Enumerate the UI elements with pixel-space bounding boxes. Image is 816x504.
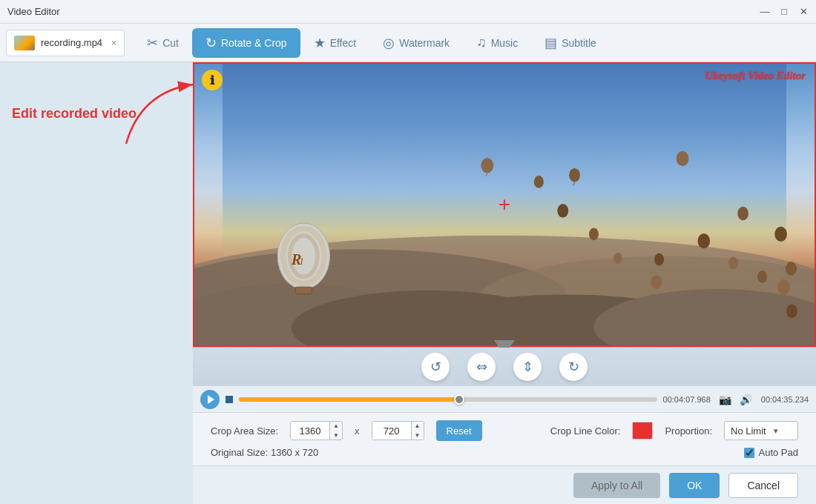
svg-text:R: R xyxy=(291,251,302,268)
tab-subtitle[interactable]: ▤ Subtitle xyxy=(531,28,610,58)
svg-point-4 xyxy=(477,256,815,345)
file-close-button[interactable]: × xyxy=(111,38,116,48)
tab-cut[interactable]: ✂ Cut xyxy=(134,28,192,58)
volume-icon[interactable]: 🔊 xyxy=(737,391,755,408)
crop-height-spinners: ▲ ▼ xyxy=(411,421,424,440)
title-bar: Video Editor — □ ✕ xyxy=(0,0,816,24)
window-controls: — □ ✕ xyxy=(758,5,810,19)
svg-point-13 xyxy=(677,151,689,166)
close-button[interactable]: ✕ xyxy=(797,5,810,19)
crop-line-color-label: Crop Line Color: xyxy=(550,425,621,437)
svg-rect-33 xyxy=(295,287,312,294)
svg-point-17 xyxy=(697,233,710,248)
rotate-right-button[interactable]: ↻ xyxy=(559,353,588,381)
crop-area-label: Crop Area Size: xyxy=(211,425,278,437)
app-title: Video Editor xyxy=(7,6,60,17)
playback-bar: 00:04:07.968 📷 🔊 00:04:35.234 xyxy=(193,385,816,412)
svg-point-7 xyxy=(415,294,718,345)
svg-point-29 xyxy=(283,228,325,283)
flip-horizontal-button[interactable]: ⇔ xyxy=(467,353,496,381)
reset-button[interactable]: Reset xyxy=(436,420,482,441)
svg-point-24 xyxy=(757,271,767,283)
tab-subtitle-label: Subtitle xyxy=(562,37,596,49)
tab-effect[interactable]: ★ Effect xyxy=(300,28,370,58)
crop-line-color-picker[interactable] xyxy=(632,422,653,440)
effect-icon: ★ xyxy=(314,35,326,51)
video-background: R l Ukeysoft Video Editor ℹ + xyxy=(194,64,815,345)
svg-point-21 xyxy=(786,262,797,276)
svg-point-11 xyxy=(569,168,580,182)
svg-point-14 xyxy=(557,204,568,218)
maximize-button[interactable]: □ xyxy=(777,5,791,19)
cancel-button[interactable]: Cancel xyxy=(728,473,798,498)
svg-point-5 xyxy=(194,284,415,345)
crop-width-input[interactable]: ▲ ▼ xyxy=(290,421,343,440)
settings-panel: Crop Area Size: ▲ ▼ x ▲ ▼ Reset xyxy=(193,412,816,465)
file-thumbnail xyxy=(14,36,35,50)
svg-point-6 xyxy=(292,291,567,345)
original-size-label: Original Size: 1360 x 720 xyxy=(211,447,318,458)
video-container[interactable]: R l Ukeysoft Video Editor ℹ + xyxy=(193,62,816,347)
tab-watermark[interactable]: ◎ Watermark xyxy=(369,28,463,58)
svg-point-9 xyxy=(481,158,493,173)
left-panel: Edit recorded video xyxy=(0,62,193,504)
crop-width-field[interactable] xyxy=(291,422,329,440)
svg-point-27 xyxy=(534,176,544,188)
tab-rotate-label: Rotate & Crop xyxy=(221,37,287,49)
apply-to-all-button[interactable]: Apply to All xyxy=(573,473,660,498)
settings-row-original: Original Size: 1360 x 720 Auto Pad xyxy=(211,447,798,458)
rotate-left-button[interactable]: ↺ xyxy=(421,353,450,381)
playback-icons: 📷 🔊 xyxy=(717,391,755,408)
svg-point-2 xyxy=(194,236,815,345)
svg-point-16 xyxy=(613,253,622,264)
crop-width-up[interactable]: ▲ xyxy=(330,421,342,431)
progress-fill xyxy=(239,397,464,402)
tab-music[interactable]: ♫ Music xyxy=(463,28,531,58)
info-badge[interactable]: ℹ xyxy=(202,70,223,90)
svg-point-26 xyxy=(654,253,664,266)
main-area: Edit recorded video xyxy=(0,62,816,504)
progress-track[interactable] xyxy=(239,397,657,402)
crop-height-input[interactable]: ▲ ▼ xyxy=(372,421,424,440)
auto-pad-row: Auto Pad xyxy=(744,447,799,458)
svg-point-15 xyxy=(589,228,599,241)
svg-line-12 xyxy=(573,182,575,185)
play-button[interactable] xyxy=(200,390,220,409)
progress-square xyxy=(226,396,233,403)
video-panel: R l Ukeysoft Video Editor ℹ + xyxy=(193,62,816,504)
tab-bar: recording.mp4 × ✂ Cut ↻ Rotate & Crop ★ … xyxy=(0,24,816,62)
svg-point-18 xyxy=(737,207,748,221)
tab-rotate-crop[interactable]: ↻ Rotate & Crop xyxy=(192,28,300,58)
svg-point-23 xyxy=(786,304,797,318)
ok-button[interactable]: OK xyxy=(669,473,720,498)
svg-point-3 xyxy=(194,249,566,345)
cut-icon: ✂ xyxy=(147,35,158,51)
progress-thumb[interactable] xyxy=(454,394,464,405)
crop-width-down[interactable]: ▼ xyxy=(330,431,342,440)
file-tab[interactable]: recording.mp4 × xyxy=(6,30,125,56)
camera-icon[interactable]: 📷 xyxy=(717,391,734,408)
svg-line-35 xyxy=(311,287,317,289)
crop-height-down[interactable]: ▼ xyxy=(412,431,424,440)
annotation-text: Edit recorded video xyxy=(12,105,136,122)
svg-point-22 xyxy=(777,279,790,294)
total-time: 00:04:35.234 xyxy=(761,395,809,404)
proportion-dropdown[interactable]: No Limit ▼ xyxy=(724,421,798,440)
svg-point-19 xyxy=(728,256,738,269)
minimize-button[interactable]: — xyxy=(758,5,771,19)
svg-point-30 xyxy=(290,236,317,277)
size-separator: x xyxy=(355,425,360,437)
settings-row-size: Crop Area Size: ▲ ▼ x ▲ ▼ Reset xyxy=(211,420,798,441)
flip-vertical-button[interactable]: ⇕ xyxy=(513,353,542,381)
watermark-icon: ◎ xyxy=(383,35,395,51)
crop-height-up[interactable]: ▲ xyxy=(412,421,424,431)
svg-text:l: l xyxy=(300,256,303,267)
svg-line-10 xyxy=(486,173,487,176)
crop-height-field[interactable] xyxy=(372,422,411,440)
tab-cut-label: Cut xyxy=(162,37,179,49)
auto-pad-label: Auto Pad xyxy=(759,447,799,458)
tab-music-label: Music xyxy=(491,37,519,49)
dropdown-arrow-icon: ▼ xyxy=(772,427,780,435)
tab-effect-label: Effect xyxy=(330,37,357,49)
auto-pad-checkbox[interactable] xyxy=(744,448,754,458)
